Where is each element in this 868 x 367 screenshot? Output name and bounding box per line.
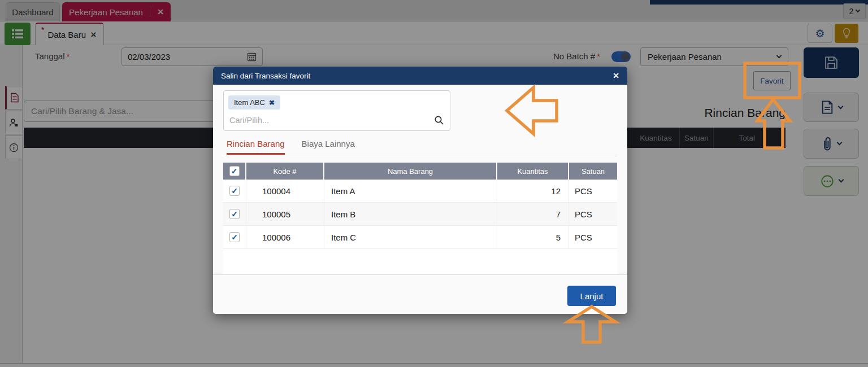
favorite-search-input[interactable]	[224, 112, 427, 128]
row-kode: 100005	[246, 203, 324, 225]
lanjut-button[interactable]: Lanjut	[567, 286, 616, 306]
row-checkbox[interactable]: ✓	[229, 209, 240, 219]
footer-divider	[213, 274, 627, 275]
table-row[interactable]: ✓ 100004 Item A 12 PCS	[223, 180, 617, 203]
row-satuan: PCS	[569, 203, 617, 225]
modal-title: Salin dari Transaksi favorit	[221, 72, 613, 80]
row-nama: Item A	[324, 180, 497, 202]
tab-rincian-barang[interactable]: Rincian Barang	[227, 139, 285, 155]
row-checkbox-cell[interactable]: ✓	[223, 180, 246, 202]
col-kuantitas: Kuantitas	[497, 163, 569, 180]
col-kode: Kode #	[246, 163, 324, 180]
row-kuantitas: 7	[497, 203, 569, 225]
modal-item-table: ✓ Kode # Nama Barang Kuantitas Satuan ✓ …	[223, 163, 617, 275]
app-screen: Dashboard Pekerjaan Pesanan ✕ 2 * Data B…	[0, 0, 868, 367]
salin-favorit-modal: Salin dari Transaksi favorit ✕ Item ABC …	[213, 67, 627, 314]
tab-separator	[223, 155, 617, 155]
select-all-cell[interactable]: ✓	[223, 163, 246, 180]
chip-close-icon[interactable]: ✖	[269, 99, 275, 107]
tab-biaya-lainnya[interactable]: Biaya Lainnya	[302, 139, 355, 155]
row-checkbox-cell[interactable]: ✓	[223, 203, 246, 225]
favorite-search-box[interactable]: Item ABC ✖	[223, 90, 450, 131]
row-kuantitas: 5	[497, 226, 569, 248]
row-kode: 100004	[246, 180, 324, 202]
row-nama: Item C	[324, 226, 497, 248]
row-checkbox[interactable]: ✓	[229, 232, 240, 242]
table-row[interactable]: ✓ 100005 Item B 7 PCS	[223, 203, 617, 226]
col-nama-barang: Nama Barang	[324, 163, 497, 180]
modal-tabs: Rincian Barang Biaya Lainnya	[227, 139, 355, 155]
selected-favorite-chip[interactable]: Item ABC ✖	[228, 95, 280, 110]
row-checkbox[interactable]: ✓	[229, 186, 240, 196]
table-empty-space	[223, 249, 617, 275]
row-satuan: PCS	[569, 226, 617, 248]
chip-label: Item ABC	[234, 98, 265, 107]
row-kuantitas: 12	[497, 180, 569, 202]
table-header-row: ✓ Kode # Nama Barang Kuantitas Satuan	[223, 163, 617, 180]
row-nama: Item B	[324, 203, 497, 225]
table-row[interactable]: ✓ 100006 Item C 5 PCS	[223, 226, 617, 249]
modal-table-body: ✓ 100004 Item A 12 PCS ✓ 100005 Item B 7…	[223, 180, 617, 249]
select-all-checkbox[interactable]: ✓	[229, 166, 240, 176]
row-kode: 100006	[246, 226, 324, 248]
row-satuan: PCS	[569, 180, 617, 202]
modal-header: Salin dari Transaksi favorit ✕	[213, 67, 627, 85]
row-checkbox-cell[interactable]: ✓	[223, 226, 246, 248]
col-satuan: Satuan	[569, 163, 617, 180]
search-icon[interactable]	[434, 115, 444, 125]
close-icon[interactable]: ✕	[613, 71, 619, 80]
